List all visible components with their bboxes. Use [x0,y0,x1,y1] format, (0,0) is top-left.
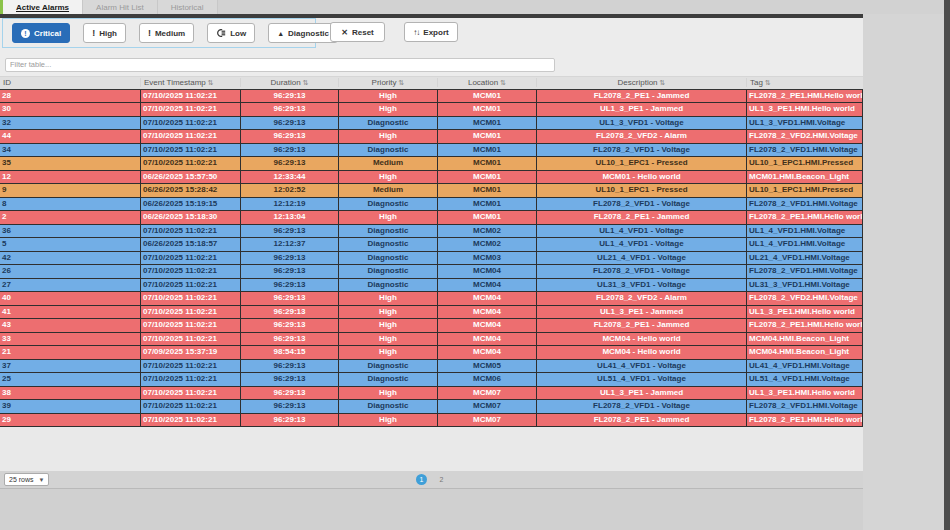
tab-alarm-hit-list[interactable]: Alarm Hit List [83,0,158,14]
cell-id: 43 [0,319,141,332]
reset-button[interactable]: ✕ Reset [330,22,385,42]
cell-description: FL2078_2_VFD1 - Voltage [537,400,747,413]
app-window: Active Alarms Alarm Hit List Historical … [0,0,944,530]
cell-tag: UL21_4_VFD1.HMI.Voltage [747,252,863,265]
table-row[interactable]: 3907/10/2025 11:02:2196:29:13DiagnosticM… [0,400,863,414]
cell-description: UL1_3_PE1 - Jammed [537,103,747,116]
cell-description: UL31_3_VFD1 - Voltage [537,279,747,292]
table-row[interactable]: 906/26/2025 15:28:4212:02:52MediumMCM01U… [0,184,863,198]
cell-location: MCM07 [438,414,537,427]
table-row[interactable]: 506/26/2025 15:18:5712:12:37DiagnosticMC… [0,238,863,252]
cell-event-timestamp: 07/10/2025 11:02:21 [141,279,241,292]
cell-description: FL2078_2_PE1 - Jammed [537,319,747,332]
tab-historical[interactable]: Historical [158,0,218,14]
button-label: Medium [155,29,185,38]
table-row[interactable]: 1206/26/2025 15:57:5012:33:44HighMCM01MC… [0,171,863,185]
cell-tag: FL2078_2_VFD2.HMI.Voltage [747,292,863,305]
table-row[interactable]: 3407/10/2025 11:02:2196:29:13DiagnosticM… [0,144,863,158]
cell-id: 21 [0,346,141,359]
table-row[interactable]: 3007/10/2025 11:02:2196:29:13HighMCM01UL… [0,103,863,117]
table-row[interactable]: 3307/10/2025 11:02:2196:29:13HighMCM04MC… [0,333,863,347]
table-row[interactable]: 3607/10/2025 11:02:2196:29:13DiagnosticM… [0,225,863,239]
table-row[interactable]: 3707/10/2025 11:02:2196:29:13DiagnosticM… [0,360,863,374]
table-row[interactable]: 2607/10/2025 11:02:2196:29:13DiagnosticM… [0,265,863,279]
cell-location: MCM04 [438,306,537,319]
cell-event-timestamp: 06/26/2025 15:57:50 [141,171,241,184]
tab-active-alarms[interactable]: Active Alarms [3,0,83,14]
cell-priority: Medium [339,184,438,197]
column-header-duration[interactable]: Duration⇅ [241,78,339,87]
low-filter-button[interactable]: Low [207,23,255,43]
cell-event-timestamp: 07/10/2025 11:02:21 [141,252,241,265]
cell-location: MCM01 [438,171,537,184]
cell-event-timestamp: 07/09/2025 15:37:19 [141,346,241,359]
column-header-tag[interactable]: Tag⇅ [747,78,863,87]
cell-id: 36 [0,225,141,238]
cell-priority: High [339,130,438,143]
cell-id: 40 [0,292,141,305]
cell-priority: Diagnostic [339,238,438,251]
cell-event-timestamp: 07/10/2025 11:02:21 [141,387,241,400]
table-row[interactable]: 2107/09/2025 15:37:1998:54:15HighMCM04MC… [0,346,863,360]
tab-label: Alarm Hit List [96,3,144,12]
cell-duration: 12:12:37 [241,238,339,251]
cell-duration: 12:33:44 [241,171,339,184]
sort-icon: ⇅ [660,79,666,87]
high-filter-button[interactable]: ! High [83,23,126,43]
cell-tag: UL1_4_VFD1.HMI.Voltage [747,238,863,251]
cell-description: UL41_4_VFD1 - Voltage [537,360,747,373]
table-row[interactable]: 3207/10/2025 11:02:2196:29:13DiagnosticM… [0,117,863,131]
page-button-2[interactable]: 2 [436,474,447,485]
cell-duration: 96:29:13 [241,373,339,386]
table-row[interactable]: 3507/10/2025 11:02:2196:29:13MediumMCM01… [0,157,863,171]
cell-location: MCM04 [438,319,537,332]
table-header: IDEvent Timestamp⇅Duration⇅Priority⇅Loca… [0,76,863,89]
cell-duration: 98:54:15 [241,346,339,359]
cell-tag: FL2078_2_VFD1.HMI.Voltage [747,198,863,211]
column-header-priority[interactable]: Priority⇅ [339,78,438,87]
cell-duration: 96:29:13 [241,333,339,346]
cell-duration: 96:29:13 [241,360,339,373]
export-button[interactable]: ↑↓ Export [404,22,458,42]
table-row[interactable]: 4307/10/2025 11:02:2196:29:13HighMCM04FL… [0,319,863,333]
table-row[interactable]: 2807/10/2025 11:02:2196:29:13HighMCM01FL… [0,90,863,104]
critical-filter-button[interactable]: ! Critical [12,23,70,43]
page-button-1[interactable]: 1 [416,474,427,485]
table-row[interactable]: 2707/10/2025 11:02:2196:29:13DiagnosticM… [0,279,863,293]
table-row[interactable]: 4107/10/2025 11:02:2196:29:13HighMCM04UL… [0,306,863,320]
table-row[interactable]: 2507/10/2025 11:02:2196:29:13DiagnosticM… [0,373,863,387]
cell-priority: High [339,292,438,305]
column-header-event-timestamp[interactable]: Event Timestamp⇅ [141,78,241,87]
cell-id: 27 [0,279,141,292]
cell-location: MCM04 [438,292,537,305]
cell-location: MCM04 [438,333,537,346]
window-scrollbar[interactable] [944,0,950,530]
table-row[interactable]: 4007/10/2025 11:02:2196:29:13HighMCM04FL… [0,292,863,306]
close-icon: ✕ [341,28,348,37]
cell-duration: 96:29:13 [241,144,339,157]
cell-location: MCM01 [438,90,537,103]
medium-filter-button[interactable]: ! Medium [139,23,194,43]
cell-duration: 96:29:13 [241,387,339,400]
table-row[interactable]: 3807/10/2025 11:02:2196:29:13HighMCM07UL… [0,387,863,401]
table-row[interactable]: 4207/10/2025 11:02:2196:29:13DiagnosticM… [0,252,863,266]
diagnostic-filter-button[interactable]: ▲ Diagnostic [268,23,338,43]
table-row[interactable]: 206/26/2025 15:18:3012:13:04HighMCM01FL2… [0,211,863,225]
filter-table-input[interactable] [5,58,555,72]
cell-event-timestamp: 06/26/2025 15:18:57 [141,238,241,251]
column-header-location[interactable]: Location⇅ [438,78,537,87]
cell-event-timestamp: 07/10/2025 11:02:21 [141,400,241,413]
column-label: Duration [270,78,300,87]
cell-id: 26 [0,265,141,278]
cell-priority: Diagnostic [339,279,438,292]
table-row[interactable]: 2907/10/2025 11:02:2196:29:13HighMCM07FL… [0,414,863,428]
table-row[interactable]: 806/26/2025 15:19:1512:12:19DiagnosticMC… [0,198,863,212]
column-header-description[interactable]: Description⇅ [537,78,747,87]
cell-priority: High [339,387,438,400]
table-row[interactable]: 4407/10/2025 11:02:2196:29:13HighMCM01FL… [0,130,863,144]
exclamation-circle-icon: ! [21,29,30,38]
cell-priority: High [339,333,438,346]
cell-duration: 12:02:52 [241,184,339,197]
tab-label: Historical [171,3,204,12]
cell-location: MCM05 [438,360,537,373]
